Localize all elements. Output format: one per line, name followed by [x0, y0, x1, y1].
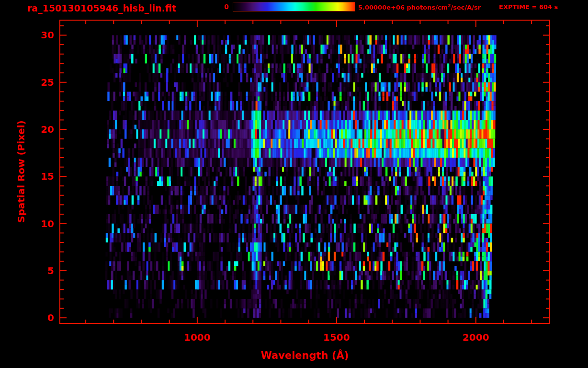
x-tick-label: 2000 [457, 332, 495, 343]
y-tick-label: 0 [29, 311, 54, 324]
x-axis-title: Wavelength (Å) [60, 350, 550, 361]
quicklook-window: ra_150130105946_hisb_lin.fit 0 5.00000e+… [0, 0, 588, 368]
y-tick-label: 15 [29, 170, 54, 183]
y-tick-label: 20 [29, 123, 54, 136]
colorbar-gradient [233, 2, 355, 12]
x-tick-label: 1000 [178, 332, 216, 343]
colorbar-min-label: 0 [215, 3, 229, 11]
x-tick-label: 1500 [317, 332, 356, 343]
y-tick-label: 25 [29, 76, 54, 89]
spectral-heatmap-canvas [0, 0, 588, 368]
y-axis-title: Spatial Row (Pixel) [15, 120, 27, 223]
colorbar-max-value: 5.00000e+06 photons/cm [358, 4, 448, 11]
plot-title: ra_150130105946_hisb_lin.fit [27, 3, 176, 13]
colorbar-max-units: /sec/A/sr [451, 4, 481, 11]
colorbar-max-label: 5.00000e+06 photons/cm2/sec/A/sr [358, 3, 481, 11]
y-tick-label: 5 [29, 264, 54, 277]
y-tick-label: 10 [29, 218, 54, 230]
exptime-label: EXPTIME = 604 s [499, 3, 558, 11]
y-tick-label: 30 [29, 29, 54, 41]
